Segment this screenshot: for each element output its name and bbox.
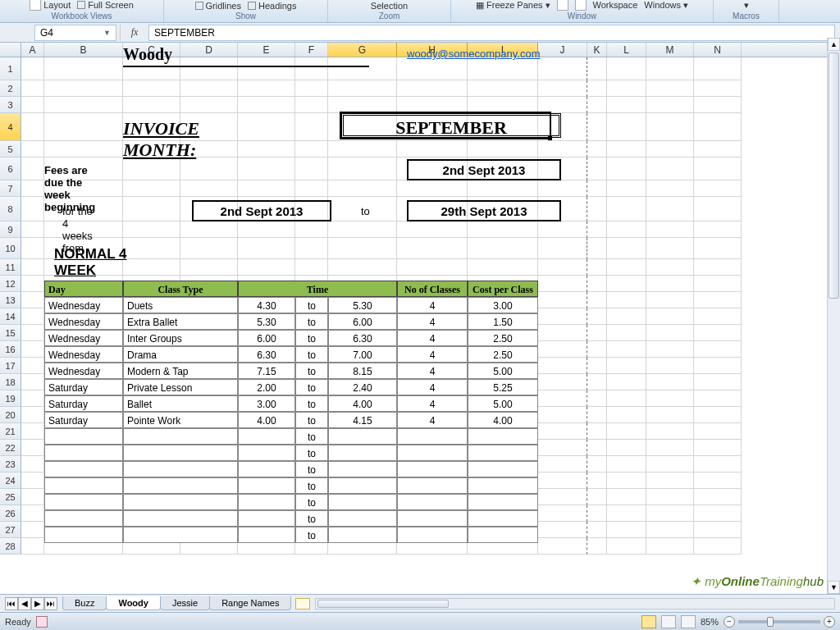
row-header-1[interactable]: 1 [0,57,21,80]
cell-L10[interactable] [607,238,646,259]
cell-D18[interactable] [180,374,238,390]
cell-A1[interactable] [21,57,44,80]
cell-N5[interactable] [694,141,742,158]
cell-B15[interactable] [44,325,123,341]
cell-A27[interactable] [21,522,44,538]
cell-H18[interactable] [397,374,468,390]
cell-F14[interactable] [295,308,328,325]
col-header-E[interactable]: E [238,43,295,57]
cell-H27[interactable] [397,522,468,538]
cell-A20[interactable] [21,407,44,423]
cell-B17[interactable] [44,358,123,374]
cell-C6[interactable] [123,158,180,180]
cell-C15[interactable] [123,325,180,341]
cell-J25[interactable] [538,489,587,505]
cell-F21[interactable] [295,423,328,440]
cell-J2[interactable] [538,80,587,97]
row-header-19[interactable]: 19 [0,390,21,407]
cell-C10[interactable] [123,238,180,259]
view-page-break-button[interactable] [681,615,696,628]
cell-D1[interactable] [180,57,238,80]
gridlines-toggle[interactable]: Gridlines [195,1,241,11]
cell-E27[interactable] [238,522,295,538]
cell-J13[interactable] [538,292,587,308]
chevron-down-icon[interactable]: ▼ [103,29,111,37]
cell-H6[interactable] [397,158,468,180]
cell-B21[interactable] [44,423,123,440]
cell-C27[interactable] [123,522,180,538]
cell-F20[interactable] [295,407,328,423]
cell-D26[interactable] [180,505,238,522]
cell-B23[interactable] [44,456,123,472]
cell-K27[interactable] [587,522,607,538]
cell-N20[interactable] [694,407,742,423]
cell-H8[interactable] [397,197,468,221]
cell-E21[interactable] [238,423,295,440]
workspace-button[interactable]: Workspace [593,0,638,10]
cell-E28[interactable] [238,538,295,555]
select-all-corner[interactable] [0,43,21,57]
cell-G12[interactable] [328,276,397,292]
cell-N2[interactable] [694,80,742,97]
name-box[interactable]: G4▼ [34,25,116,41]
row-header-14[interactable]: 14 [0,308,21,325]
cell-A25[interactable] [21,489,44,505]
cell-G18[interactable] [328,374,397,390]
cell-C26[interactable] [123,505,180,522]
cell-L22[interactable] [607,440,646,456]
cell-I24[interactable] [468,472,538,489]
cell-G13[interactable] [328,292,397,308]
row-header-28[interactable]: 28 [0,538,21,555]
cell-N3[interactable] [694,97,742,113]
cell-H14[interactable] [397,308,468,325]
cell-B14[interactable] [44,308,123,325]
row-header-8[interactable]: 8 [0,197,21,221]
cell-K2[interactable] [587,80,607,97]
cell-I2[interactable] [468,80,538,97]
cell-H21[interactable] [397,423,468,440]
cell-N8[interactable] [694,197,742,221]
cell-C16[interactable] [123,341,180,358]
cell-M15[interactable] [646,325,694,341]
cell-B10[interactable] [44,238,123,259]
cell-B6[interactable] [44,158,123,180]
cell-J26[interactable] [538,505,587,522]
cell-C11[interactable] [123,259,180,276]
row-header-16[interactable]: 16 [0,341,21,358]
cell-M22[interactable] [646,440,694,456]
cell-I1[interactable] [468,57,538,80]
cell-F12[interactable] [295,276,328,292]
cell-F17[interactable] [295,358,328,374]
cell-N6[interactable] [694,158,742,180]
tab-nav-last[interactable]: ⏭ [44,597,57,610]
cell-B12[interactable] [44,276,123,292]
cell-D27[interactable] [180,522,238,538]
view-normal-button[interactable] [641,615,656,628]
fullscreen-button[interactable]: Full Screen [77,0,134,10]
cell-A17[interactable] [21,358,44,374]
cell-L2[interactable] [607,80,646,97]
cell-H5[interactable] [397,141,468,158]
row-header-7[interactable]: 7 [0,180,21,197]
cell-M17[interactable] [646,358,694,374]
cell-K14[interactable] [587,308,607,325]
row-header-21[interactable]: 21 [0,423,21,440]
cell-B16[interactable] [44,341,123,358]
tab-nav-prev[interactable]: ◀ [18,597,31,610]
cell-M3[interactable] [646,97,694,113]
cell-A10[interactable] [21,238,44,259]
cell-E11[interactable] [238,259,295,276]
cell-E3[interactable] [238,97,295,113]
cell-H24[interactable] [397,472,468,489]
cell-I21[interactable] [468,423,538,440]
cell-J4[interactable] [538,113,587,141]
cell-B24[interactable] [44,472,123,489]
fx-button[interactable] [127,25,142,40]
cell-H15[interactable] [397,325,468,341]
cell-K16[interactable] [587,341,607,358]
cell-J18[interactable] [538,374,587,390]
cell-A12[interactable] [21,276,44,292]
cell-A3[interactable] [21,97,44,113]
cell-E13[interactable] [238,292,295,308]
cell-E1[interactable] [238,57,295,80]
